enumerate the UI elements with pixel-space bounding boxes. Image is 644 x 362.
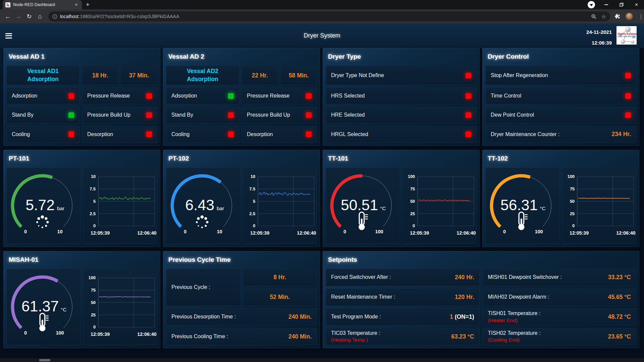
- misah-01-chart: 025507510012:05:3912:06:40: [83, 269, 158, 345]
- svg-text:0: 0: [413, 223, 415, 228]
- panel-dryer-type: Dryer Type Dryer Type Not Define HRS Sel…: [323, 48, 480, 146]
- scrollbar-thumb[interactable]: [39, 359, 50, 361]
- svg-text:75: 75: [570, 186, 574, 191]
- setpoint-mish01-dewpoint: MISH01 Dewpoint Switchover : 33.23 °C: [483, 269, 637, 286]
- date-label: 24-11-2021: [586, 27, 612, 38]
- svg-text:7.5: 7.5: [249, 186, 255, 191]
- svg-text:0: 0: [343, 229, 346, 234]
- panel-title: TT-102: [482, 150, 639, 165]
- panel-pt-101: PT-101 0105.72bar 02.557.51012:05:3912:0…: [3, 150, 160, 247]
- media-control-button[interactable]: [584, 0, 599, 9]
- svg-text:0: 0: [24, 229, 27, 234]
- vessal1-status: Vessal AD1 Adsorption: [6, 66, 79, 85]
- window-controls: ✕: [584, 0, 644, 9]
- reload-icon[interactable]: ↻: [24, 13, 34, 20]
- panel-pt-102: PT-102 0106.43bar 02.557.51012:05:3912:0…: [163, 150, 320, 247]
- back-icon[interactable]: ←: [3, 13, 13, 20]
- setpoint-test-program-mode: Test Program Mode : 1 (ON=1): [326, 308, 480, 326]
- led-indicator: [306, 112, 312, 118]
- media-icon: [588, 1, 595, 8]
- datetime-display: 24-11-2021 12:06:39: [586, 27, 612, 48]
- restore-icon: [620, 3, 624, 7]
- svg-text:°C: °C: [61, 307, 66, 312]
- time-label: 12:06:39: [586, 38, 612, 48]
- url-host: localhost: [60, 14, 78, 19]
- dryer-type-row-not-define: Dryer Type Not Define: [326, 66, 477, 85]
- home-icon[interactable]: ⌂: [35, 13, 45, 20]
- svg-text:5: 5: [253, 199, 255, 204]
- led-indicator: [466, 93, 471, 99]
- svg-text:56.31: 56.31: [500, 197, 538, 213]
- panel-dryer-control: Dryer Control Stop After Regeneration Ti…: [482, 48, 639, 146]
- bookmark-star-icon[interactable]: ☆: [601, 13, 606, 20]
- new-tab-button[interactable]: +: [86, 1, 90, 9]
- svg-text:100: 100: [567, 174, 574, 179]
- vessal2-row-desorption: Desorption: [241, 126, 317, 143]
- panel-title: PT-101: [3, 150, 160, 165]
- led-indicator: [625, 73, 631, 78]
- browser-tab[interactable]: Node-RED Dashboard ✕: [3, 0, 82, 9]
- vessal1-hours: 18 Hr.: [82, 66, 118, 85]
- site-info-icon[interactable]: [52, 14, 57, 19]
- led-indicator: [466, 112, 471, 118]
- tab-close-icon[interactable]: ✕: [73, 2, 79, 8]
- led-indicator: [146, 131, 152, 137]
- svg-text:61.37: 61.37: [21, 298, 59, 314]
- panel-title: Vessal AD 1: [3, 48, 160, 63]
- svg-text:0: 0: [503, 229, 506, 234]
- misah-01-gauge: 010061.37°C: [6, 269, 81, 345]
- setpoint-reset-maintenance: Reset Maintenance Timer : 120 Hr.: [326, 289, 480, 306]
- svg-text:100: 100: [88, 275, 95, 280]
- pt-101-gauge: 0105.72bar: [6, 168, 81, 244]
- panel-misah-01: MISAH-01 010061.37°C 025507510012:05:391…: [3, 251, 160, 348]
- pt-102-chart: 02.557.51012:05:3912:06:40: [243, 168, 317, 244]
- vessal1-row-pressure-release: Pressure Release: [82, 87, 157, 104]
- url-text[interactable]: localhost:1880/ui/#!/2?socketid=R3u-cslx…: [60, 14, 588, 19]
- page-title: Dryer System: [0, 32, 644, 39]
- svg-text:100: 100: [56, 330, 64, 336]
- minimize-button[interactable]: [599, 0, 614, 9]
- counter-value: 234 Hr.: [612, 131, 631, 138]
- close-window-button[interactable]: ✕: [629, 0, 644, 9]
- vessal1-row-stand-by: Stand By: [6, 107, 79, 123]
- horizontal-scrollbar[interactable]: [0, 358, 644, 362]
- svg-text:12:06:40: 12:06:40: [457, 230, 476, 236]
- panel-title: TT-101: [323, 150, 480, 165]
- led-indicator: [146, 93, 152, 99]
- url-path: :1880/ui/#!/2?socketid=R3u-cslxpSJBPkiGA…: [78, 14, 179, 19]
- address-bar[interactable]: localhost:1880/ui/#!/2?socketid=R3u-cslx…: [48, 11, 610, 21]
- setpoint-tish01-temperature: TISH01 Temperature :(Heater End) 48.72 °…: [483, 308, 637, 326]
- tt-102-gauge: 010056.31°C: [485, 168, 560, 244]
- previous-cycle-hours: 8 Hr.: [243, 269, 317, 286]
- svg-text:°C: °C: [380, 205, 386, 211]
- menu-kebab-icon[interactable]: ⋮: [638, 13, 644, 20]
- previous-cycle-minutes: 52 Min.: [243, 289, 317, 306]
- extensions-puzzle-icon[interactable]: [615, 14, 621, 19]
- panel-grid: Vessal AD 1 Vessal AD1 Adsorption 18 Hr.…: [3, 48, 639, 348]
- zoom-icon[interactable]: [591, 14, 597, 19]
- panel-title: Vessal AD 2: [163, 48, 320, 63]
- restore-button[interactable]: [614, 0, 629, 9]
- tt-101-gauge: 010050.51°C: [326, 168, 400, 244]
- forward-icon[interactable]: →: [13, 13, 23, 20]
- svg-text:0: 0: [184, 229, 186, 234]
- panel-title: PT-102: [163, 150, 320, 165]
- panel-tt-102: TT-102 010056.31°C 025507510012:05:3912:…: [482, 150, 639, 247]
- svg-text:12:05:39: 12:05:39: [569, 230, 588, 236]
- svg-text:12:06:40: 12:06:40: [137, 230, 156, 236]
- vessal2-hours: 22 Hr.: [241, 66, 278, 85]
- profile-avatar[interactable]: [625, 12, 633, 20]
- dryer-type-row-hre: HRE Selected: [326, 107, 477, 123]
- svg-text:6.43: 6.43: [185, 197, 214, 213]
- browser-navbar: ← → ↻ ⌂ localhost:1880/ui/#!/2?socketid=…: [0, 9, 644, 23]
- gauge-svg: 0105.72bar: [7, 168, 80, 244]
- svg-text:12:05:39: 12:05:39: [410, 230, 429, 236]
- previous-cycle-label: Previous Cycle :: [166, 269, 240, 306]
- svg-text:75: 75: [410, 186, 415, 191]
- tt-101-chart: 025507510012:05:3912:06:40: [402, 168, 477, 244]
- dashboard: Dryer System 24-11-2021 12:06:39 Open Sy…: [0, 23, 644, 358]
- dashboard-header: Dryer System 24-11-2021 12:06:39 Open Sy…: [0, 23, 644, 48]
- svg-text:10: 10: [250, 174, 255, 179]
- dryer-control-row-stop-after-regen: Stop After Regeneration: [485, 66, 636, 85]
- panel-previous-cycle-time: Previous Cycle Time Previous Cycle : 8 H…: [163, 251, 320, 348]
